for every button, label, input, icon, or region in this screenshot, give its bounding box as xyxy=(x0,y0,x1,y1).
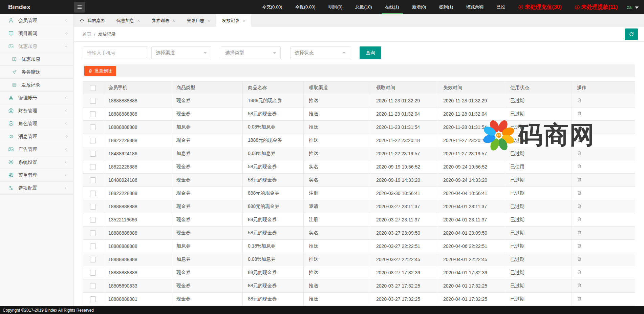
table-cell: 18805690833 xyxy=(103,279,171,293)
delete-row-button[interactable] xyxy=(577,243,582,248)
row-actions-cell xyxy=(572,293,635,306)
delete-row-button[interactable] xyxy=(577,256,582,261)
row-checkbox[interactable] xyxy=(90,177,96,183)
row-checkbox[interactable] xyxy=(90,296,96,302)
row-checkbox[interactable] xyxy=(90,98,96,104)
close-tab-icon[interactable]: × xyxy=(242,18,245,23)
sidebar-subitem[interactable]: 优惠加息 xyxy=(0,53,73,66)
batch-delete-button[interactable]: 批量删除 xyxy=(84,66,116,76)
delete-row-button[interactable] xyxy=(577,190,582,195)
sidebar-item[interactable]: 财务管理 xyxy=(0,104,73,117)
status-select[interactable]: 选择状态 xyxy=(290,46,350,59)
refresh-button[interactable] xyxy=(625,28,638,40)
delete-row-button[interactable] xyxy=(577,177,582,182)
delete-row-button[interactable] xyxy=(577,164,582,169)
row-checkbox[interactable] xyxy=(90,138,96,143)
search-button[interactable]: 查询 xyxy=(360,46,381,59)
topnav-item[interactable]: 新增(0) xyxy=(406,0,433,14)
batch-delete-label: 批量删除 xyxy=(94,68,112,74)
channel-select[interactable]: 选择渠道 xyxy=(151,46,211,59)
sidebar-item[interactable]: 消息管理 xyxy=(0,130,73,143)
delete-row-button[interactable] xyxy=(577,296,582,301)
row-checkbox[interactable] xyxy=(90,283,96,289)
sidebar-item-label: 广告管理 xyxy=(18,146,64,153)
table-cell: 58元的现金券 xyxy=(243,107,304,121)
delete-row-button[interactable] xyxy=(577,124,582,129)
sidebar-item[interactable]: 管理帐号 xyxy=(0,92,73,104)
row-checkbox[interactable] xyxy=(90,164,96,170)
close-tab-icon[interactable]: × xyxy=(208,18,211,23)
delete-row-button[interactable] xyxy=(577,151,582,156)
topnav-item[interactable]: 明到(0) xyxy=(322,0,349,14)
delete-row-button[interactable] xyxy=(577,230,582,235)
row-checkbox[interactable] xyxy=(90,111,96,117)
delete-row-button[interactable] xyxy=(577,270,582,275)
topnav-item[interactable]: 未处理充值(30) xyxy=(512,0,568,14)
sidebar-item[interactable]: 菜单管理 xyxy=(0,169,73,182)
table-cell: 0.08%加息券 xyxy=(243,147,304,160)
table-cell: 2020-09-19 19:56:52 xyxy=(371,160,438,174)
chevron-left-icon xyxy=(64,134,68,139)
type-select[interactable]: 选择类型 xyxy=(221,46,281,59)
sidebar-item[interactable]: 角色管理 xyxy=(0,117,73,130)
sidebar-toggle-button[interactable] xyxy=(74,2,85,13)
row-checkbox[interactable] xyxy=(90,191,96,196)
delete-row-button[interactable] xyxy=(577,111,582,116)
tab-item[interactable]: 我的桌面 xyxy=(74,14,111,27)
delete-row-button[interactable] xyxy=(577,137,582,142)
chevron-left-icon xyxy=(64,160,68,164)
sidebar-item[interactable]: 项目新闻 xyxy=(0,27,73,40)
row-checkbox[interactable] xyxy=(90,257,96,262)
row-checkbox[interactable] xyxy=(90,243,96,249)
topnav-item[interactable]: 增减余额 xyxy=(459,0,490,14)
table-cell: 推送 xyxy=(304,107,371,121)
breadcrumb-home[interactable]: 首页 xyxy=(83,31,91,37)
close-tab-icon[interactable]: × xyxy=(172,18,175,23)
column-header: 商品类型 xyxy=(171,82,243,94)
row-checkbox[interactable] xyxy=(90,217,96,223)
sidebar-subitem-active[interactable]: 发放记录 xyxy=(0,79,73,92)
row-checkbox[interactable] xyxy=(90,270,96,276)
select-all-checkbox[interactable] xyxy=(90,85,96,91)
chevron-left-icon xyxy=(64,31,68,36)
delete-row-button[interactable] xyxy=(577,217,582,222)
topnav-item[interactable]: 今充(0.00) xyxy=(256,0,289,14)
table-cell: 2020-04-01 23:11:37 xyxy=(438,200,505,213)
topnav-item[interactable]: 在线(1) xyxy=(379,0,406,14)
table-cell: 2020-04-01 23:11:37 xyxy=(438,213,505,227)
table-row: 18805690833现金券88元的现金券推送2020-03-27 17:32:… xyxy=(83,279,635,293)
sidebar-subitem[interactable]: 券券赠送 xyxy=(0,66,73,79)
row-checkbox-cell xyxy=(83,200,103,213)
topnav-item[interactable]: 已投 xyxy=(490,0,512,14)
row-checkbox[interactable] xyxy=(90,204,96,210)
row-checkbox[interactable] xyxy=(90,151,96,157)
sidebar-item[interactable]: 优惠加息 xyxy=(0,40,73,53)
topnav-item[interactable]: 未处理提款(11) xyxy=(568,0,624,14)
table-cell: 注册 xyxy=(304,187,371,200)
sidebar-item[interactable]: 广告管理 xyxy=(0,143,73,156)
row-checkbox[interactable] xyxy=(90,124,96,130)
tab-item[interactable]: 登录日志× xyxy=(181,14,216,27)
breadcrumb: 首页 / 发放记录 xyxy=(74,27,644,42)
topnav-item[interactable]: 今提(0.00) xyxy=(289,0,322,14)
table-row: 18888888888加息券0.08%加息券推送2020-03-27 22:22… xyxy=(83,253,635,266)
tab-item[interactable]: 券券赠送× xyxy=(146,14,181,27)
sidebar-item-label: 项目新闻 xyxy=(18,31,64,37)
sidebar-item[interactable]: 会员管理 xyxy=(0,14,73,27)
tab-active[interactable]: 发放记录× xyxy=(216,14,251,27)
news-icon xyxy=(8,31,14,36)
delete-row-button[interactable] xyxy=(577,283,582,288)
close-tab-icon[interactable]: × xyxy=(137,18,140,23)
row-checkbox[interactable] xyxy=(90,230,96,236)
delete-row-button[interactable] xyxy=(577,98,582,103)
tab-item[interactable]: 优惠加息× xyxy=(111,14,146,27)
sidebar-item[interactable]: 系统设置 xyxy=(0,156,73,169)
user-menu[interactable]: zai xyxy=(624,0,644,14)
topnav-item[interactable]: 签到(1) xyxy=(432,0,459,14)
delete-row-button[interactable] xyxy=(577,203,582,209)
phone-input[interactable] xyxy=(83,46,148,59)
table-cell: 18888888888 xyxy=(103,121,171,134)
row-actions-cell xyxy=(572,266,635,279)
topnav-item[interactable]: 总数(10) xyxy=(349,0,379,14)
sidebar-item[interactable]: 选项配置 xyxy=(0,182,73,195)
